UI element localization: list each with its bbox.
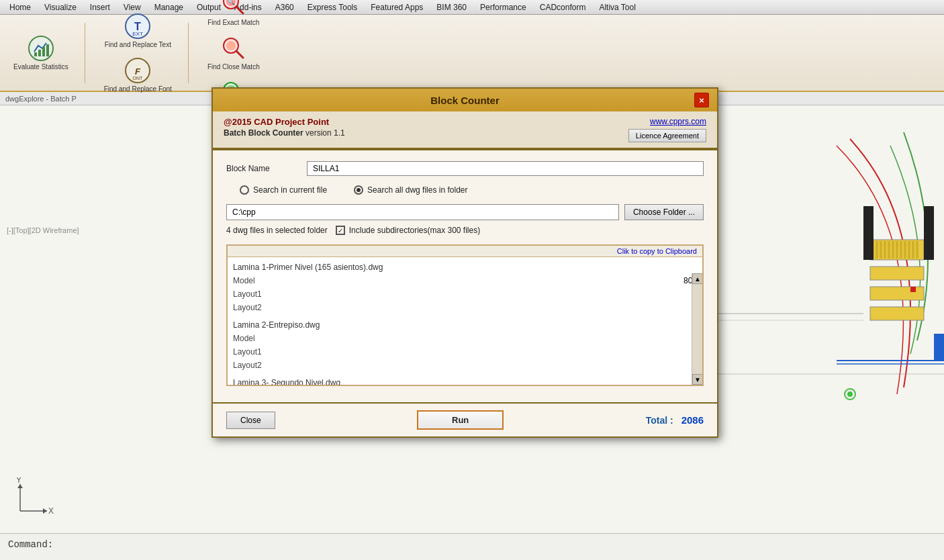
svg-rect-35 — [916, 241, 918, 259]
menu-a360[interactable]: A360 — [269, 1, 301, 13]
svg-text:F: F — [135, 66, 141, 77]
svg-rect-29 — [892, 241, 894, 259]
svg-rect-32 — [904, 241, 906, 259]
include-subdirs-checkbox[interactable] — [336, 226, 345, 235]
find-close-match-button[interactable]: Find Close Match — [202, 32, 265, 74]
run-button[interactable]: Run — [417, 410, 504, 430]
total-value: 2086 — [681, 414, 704, 426]
ribbon-group-statistics: Evaluate Statistics — [8, 23, 85, 83]
menu-featured-apps[interactable]: Featured Apps — [364, 1, 430, 13]
dialog-block-counter: Block Counter × @2015 CAD Project Point … — [211, 87, 718, 438]
menu-bim360[interactable]: BIM 360 — [430, 1, 473, 13]
find-close-match-label: Find Close Match — [207, 63, 260, 71]
svg-rect-38 — [870, 307, 924, 320]
find-exact-match-button[interactable]: 🔍 Find Exact Match — [202, 0, 265, 30]
table-row: Lamina 2-Entrepiso.dwg — [228, 318, 702, 332]
svg-line-17 — [236, 51, 243, 58]
svg-rect-31 — [900, 241, 902, 259]
dialog-title: Block Counter — [236, 95, 694, 106]
close-button[interactable]: Close — [226, 412, 275, 429]
find-replace-font-label: Find and Replace Font — [104, 85, 172, 93]
viewport-label: [-][Top][2D Wireframe] — [7, 226, 79, 234]
svg-text:Y: Y — [16, 477, 21, 485]
find-replace-text-button[interactable]: T EXT Find and Replace Text — [99, 10, 177, 52]
radio-all-dwg-button[interactable] — [354, 185, 363, 195]
dialog-titlebar: Block Counter × — [213, 89, 717, 111]
find-exact-icon: 🔍 — [220, 0, 247, 17]
dialog-website-link[interactable]: www.cpprs.com — [650, 117, 706, 126]
dialog-header-info: @2015 CAD Project Point Batch Block Coun… — [224, 117, 345, 138]
folder-path-input[interactable] — [226, 204, 619, 220]
files-info-row: 4 dwg files in selected folder Include s… — [226, 226, 704, 235]
dialog-body: Block Name Search in current file Search… — [213, 150, 717, 402]
dialog-header: @2015 CAD Project Point Batch Block Coun… — [213, 111, 717, 149]
svg-text:EXT: EXT — [133, 31, 144, 37]
layout1-1: Layout1 — [228, 287, 630, 301]
find-replace-font-button[interactable]: F ONT Find and Replace Font — [99, 54, 177, 96]
svg-rect-33 — [908, 241, 910, 259]
scroll-down-button[interactable]: ▼ — [692, 374, 702, 385]
evaluate-statistics-button[interactable]: Evaluate Statistics — [8, 32, 74, 74]
layout1-2: Layout1 — [228, 345, 630, 359]
find-replace-text-label: Find and Replace Text — [105, 41, 171, 49]
radio-current-file-button[interactable] — [240, 185, 249, 195]
radio-current-file-label: Search in current file — [253, 185, 327, 195]
table-row: Layout2 0 — [228, 301, 702, 314]
svg-rect-2 — [38, 50, 41, 56]
title-text: dwgExplore - Batch P — [5, 95, 77, 103]
cad-canvas — [716, 105, 944, 560]
results-scrollbar[interactable]: ▲ ▼ — [692, 273, 702, 385]
menu-express-tools[interactable]: Express Tools — [301, 1, 364, 13]
radio-all-dwg[interactable]: Search all dwg files in folder — [354, 185, 467, 195]
svg-rect-30 — [896, 241, 898, 259]
menu-visualize[interactable]: Visualize — [38, 1, 83, 13]
total-label: Total : — [646, 415, 673, 426]
layout2-2: Layout2 — [228, 359, 630, 372]
menu-cadconform[interactable]: CADconform — [533, 1, 593, 13]
filename-1: Lamina 1-Primer Nivel (165 asientos).dwg — [228, 257, 630, 274]
filename-2: Lamina 2-Entrepiso.dwg — [228, 318, 630, 332]
layout-model-2: Model — [228, 332, 630, 345]
menu-altiva[interactable]: Altiva Tool — [592, 1, 642, 13]
dialog-footer: Close Run Total : 2086 — [213, 404, 717, 436]
axes-indicator: X Y — [13, 477, 54, 520]
block-name-row: Block Name — [226, 161, 704, 176]
text-icon: T EXT — [124, 13, 151, 40]
radio-current-file[interactable]: Search in current file — [240, 185, 327, 195]
block-name-input[interactable] — [307, 161, 704, 176]
dialog-company: @2015 CAD Project Point — [224, 117, 345, 127]
choose-folder-button[interactable]: Choose Folder ... — [624, 204, 704, 220]
command-line[interactable]: Command: — [0, 533, 944, 560]
table-row: Layout1 0 — [228, 287, 702, 301]
ribbon: Evaluate Statistics T EXT Find and Repla… — [0, 15, 944, 92]
licence-agreement-button[interactable]: Licence Agreement — [628, 129, 706, 142]
statistics-icon — [28, 35, 54, 62]
radio-all-dwg-label: Search all dwg files in folder — [367, 185, 467, 195]
scroll-up-button[interactable]: ▲ — [692, 273, 702, 284]
svg-rect-46 — [934, 334, 944, 361]
scroll-track — [692, 284, 702, 374]
dialog-close-button[interactable]: × — [694, 93, 709, 107]
block-name-label: Block Name — [226, 164, 307, 173]
ribbon-group-text: T EXT Find and Replace Text F ONT Find a… — [99, 23, 189, 83]
filename-3: Lamina 3- Segundo Nivel.dwg — [228, 376, 630, 385]
svg-rect-36 — [870, 267, 924, 280]
files-count-label: 4 dwg files in selected folder — [226, 226, 328, 235]
table-row: Model 0 — [228, 332, 702, 345]
svg-marker-50 — [43, 508, 47, 514]
svg-point-0 — [29, 36, 53, 60]
copy-clipboard-link[interactable]: Clik to copy to Clipboard — [228, 246, 702, 257]
svg-point-16 — [226, 41, 236, 50]
menu-performance[interactable]: Performance — [473, 1, 533, 13]
svg-rect-34 — [912, 241, 914, 259]
include-subdirs-option[interactable]: Include subdirectories(max 300 files) — [336, 226, 480, 235]
svg-rect-40 — [924, 206, 934, 260]
menu-home[interactable]: Home — [3, 1, 38, 13]
table-row: Model 808 — [228, 274, 702, 287]
font-icon: F ONT — [124, 57, 151, 84]
table-row: Layout1 0 — [228, 345, 702, 359]
ribbon-group-find: 🔍 Find Exact Match Find Close Match — [202, 23, 276, 83]
table-row: Lamina 1-Primer Nivel (165 asientos).dwg — [228, 257, 702, 274]
svg-rect-27 — [884, 241, 886, 259]
find-close-icon — [220, 35, 247, 62]
